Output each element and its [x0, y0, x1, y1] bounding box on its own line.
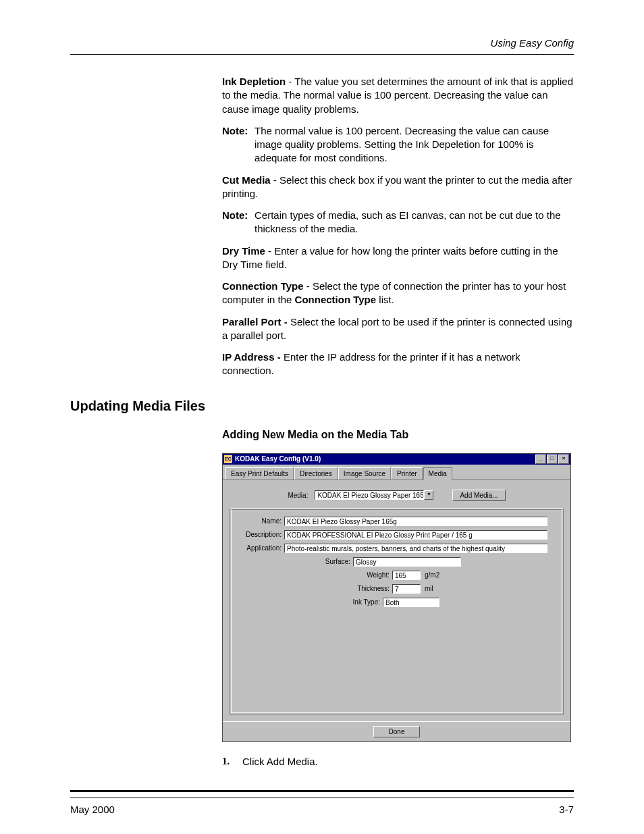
note-2: Note: Certain types of media, such as EI… — [222, 209, 574, 236]
tab-image-source[interactable]: Image Source — [338, 467, 391, 479]
term-parallel-port: Parallel Port - — [222, 316, 290, 328]
heading-adding-new-media: Adding New Media on the Media Tab — [222, 429, 574, 441]
media-details-group: Name: KODAK EI Piezo Glossy Paper 165g D… — [230, 508, 564, 714]
term-connection-type-2: Connection Type — [295, 294, 377, 305]
header-rule — [70, 54, 574, 55]
tab-media[interactable]: Media — [423, 467, 452, 480]
add-media-button[interactable]: Add Media... — [452, 490, 505, 501]
window-title: KODAK Easy Config (V1.0) — [235, 455, 535, 463]
text: - Select this check box if you want the … — [222, 174, 572, 199]
para-parallel-port: Parallel Port - Select the local port to… — [222, 315, 574, 343]
note-label: Note: — [222, 124, 254, 165]
bottom-bar: Done — [223, 721, 570, 741]
thickness-unit: mil — [425, 585, 433, 592]
step-1: 1. Click Add Media. — [222, 756, 574, 767]
para-cut-media: Cut Media - Select this check box if you… — [222, 174, 574, 201]
para-ink-depletion: Ink Depletion - The value you set determ… — [222, 75, 574, 116]
surface-field[interactable]: Glossy — [353, 557, 461, 567]
page-footer: May 2000 3-7 — [70, 785, 574, 815]
weight-unit: g/m2 — [425, 571, 439, 579]
dropdown-arrow-icon[interactable]: ▼ — [424, 490, 433, 500]
page-number: 3-7 — [559, 804, 574, 815]
description-label: Description: — [237, 531, 281, 538]
tab-printer[interactable]: Printer — [392, 467, 422, 479]
app-window: EC KODAK Easy Config (V1.0) _ □ × Easy P… — [222, 453, 571, 742]
inktype-field[interactable]: Both — [383, 598, 439, 607]
header-section: Using Easy Config — [70, 37, 574, 49]
application-label: Application: — [237, 544, 281, 552]
minimize-button[interactable]: _ — [535, 454, 546, 464]
thickness-field[interactable]: 7 — [392, 584, 421, 594]
name-label: Name: — [237, 517, 281, 525]
media-value: KODAK EI Piezo Glossy Paper 165g — [315, 490, 424, 500]
tab-strip: Easy Print Defaults Directories Image So… — [223, 465, 570, 480]
inktype-label: Ink Type: — [237, 598, 380, 606]
para-connection-type: Connection Type - Select the type of con… — [222, 280, 574, 307]
surface-label: Surface: — [237, 558, 350, 565]
thickness-label: Thickness: — [237, 585, 390, 592]
text: list. — [376, 294, 394, 305]
application-field[interactable]: Photo-realistic murals, posters, banners… — [284, 544, 547, 553]
para-ip-address: IP Address - Enter the IP address for th… — [222, 350, 574, 378]
note-label: Note: — [222, 209, 254, 236]
step-number: 1. — [222, 756, 242, 767]
media-label: Media: — [288, 492, 308, 499]
note-body: The normal value is 100 percent. Decreas… — [254, 124, 574, 165]
media-panel: Media: KODAK EI Piezo Glossy Paper 165g … — [223, 480, 570, 721]
note-body: Certain types of media, such as EI canva… — [254, 209, 574, 236]
titlebar: EC KODAK Easy Config (V1.0) _ □ × — [223, 454, 570, 465]
weight-label: Weight: — [237, 571, 390, 579]
description-field[interactable]: KODAK PROFESSIONAL EI Piezo Glossy Print… — [284, 530, 547, 540]
term-dry-time: Dry Time — [222, 245, 265, 257]
close-button[interactable]: × — [558, 454, 569, 464]
weight-field[interactable]: 165 — [392, 571, 421, 580]
para-dry-time: Dry Time - Enter a value for how long th… — [222, 244, 574, 272]
app-icon: EC — [224, 455, 232, 463]
heading-updating-media-files: Updating Media Files — [70, 398, 574, 414]
tab-easy-print-defaults[interactable]: Easy Print Defaults — [225, 467, 294, 479]
note-1: Note: The normal value is 100 percent. D… — [222, 124, 574, 165]
term-cut-media: Cut Media — [222, 174, 271, 186]
term-ink-depletion: Ink Depletion — [222, 76, 286, 87]
step-text: Click Add Media. — [242, 756, 318, 767]
maximize-button[interactable]: □ — [547, 454, 558, 464]
term-ip-address: IP Address - — [222, 351, 284, 363]
tab-directories[interactable]: Directories — [294, 467, 338, 479]
footer-date: May 2000 — [70, 804, 115, 815]
text: - Enter a value for how long the printer… — [222, 245, 558, 270]
media-dropdown[interactable]: KODAK EI Piezo Glossy Paper 165g ▼ — [315, 490, 433, 500]
done-button[interactable]: Done — [373, 726, 421, 737]
name-field[interactable]: KODAK EI Piezo Glossy Paper 165g — [284, 517, 547, 526]
term-connection-type: Connection Type — [222, 280, 304, 292]
